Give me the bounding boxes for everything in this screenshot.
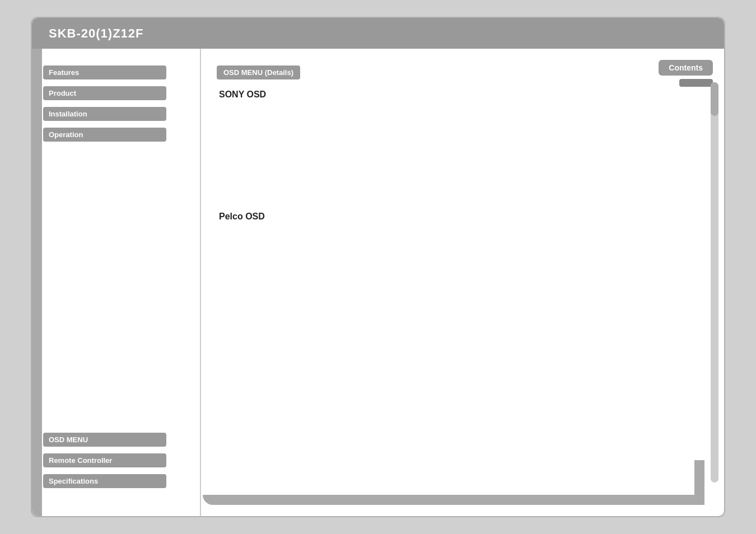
nav-features[interactable]: Features: [43, 65, 166, 79]
nav-specifications[interactable]: Specifications: [43, 474, 166, 488]
nav-product[interactable]: Product: [43, 86, 166, 100]
header-bar: SKB-20(1)Z12F: [32, 18, 724, 49]
scrollbar[interactable]: [710, 82, 720, 483]
page-title: SKB-20(1)Z12F: [49, 26, 143, 41]
contents-indicator: [679, 79, 713, 87]
nav-remote-controller[interactable]: Remote Controller: [43, 453, 166, 467]
main-layout: Features Product Installation Operation …: [32, 49, 724, 516]
bottom-bar: [203, 495, 704, 505]
corner-piece: [694, 460, 704, 505]
sidebar-spacer: [43, 148, 189, 426]
main-window: SKB-20(1)Z12F Features Product Installat…: [31, 17, 725, 517]
scrollbar-thumb[interactable]: [711, 82, 718, 116]
contents-button[interactable]: Contents: [659, 60, 713, 76]
vertical-divider: [200, 49, 201, 516]
osd-menu-section: OSD MENU (Details) SONY OSD Pelco OSD: [217, 65, 707, 222]
nav-operation[interactable]: Operation: [43, 128, 166, 142]
pelco-osd-label: Pelco OSD: [219, 212, 707, 222]
contents-wrapper: Contents: [659, 60, 713, 87]
left-sidebar: Features Product Installation Operation …: [32, 49, 200, 516]
right-content: Contents OSD MENU (Details) SONY OSD Pel…: [200, 49, 724, 516]
scrollbar-track: [711, 82, 718, 483]
nav-osd-menu[interactable]: OSD MENU: [43, 433, 166, 447]
nav-installation[interactable]: Installation: [43, 107, 166, 121]
osd-menu-header[interactable]: OSD MENU (Details): [217, 65, 300, 79]
sidebar-bottom: OSD MENU Remote Controller Specification…: [43, 433, 189, 488]
sony-osd-label: SONY OSD: [219, 90, 707, 100]
